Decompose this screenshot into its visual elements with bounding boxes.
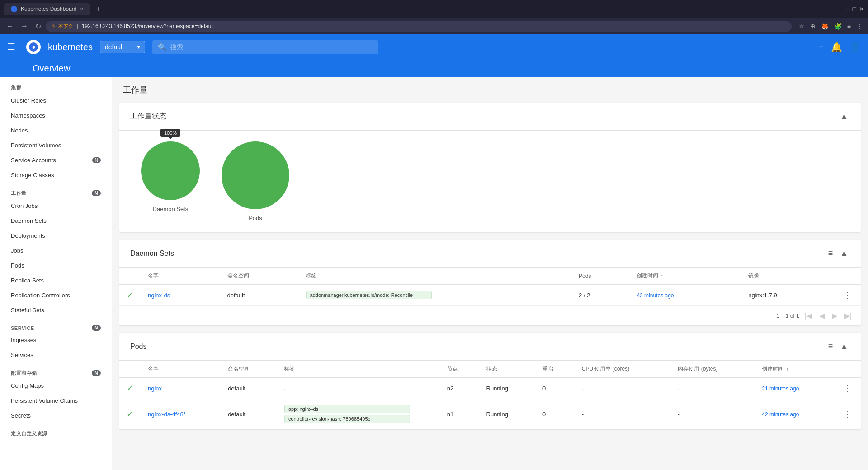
pods-actions: ≡ ▲ [826, 340, 850, 353]
sidebar-item-stateful-sets[interactable]: Stateful Sets [0, 303, 112, 318]
back-button[interactable]: ← [4, 20, 16, 32]
daemon-sets-pagination: 1 – 1 of 1 |◀ ◀ ▶ ▶| [119, 306, 861, 325]
pods-th-status [119, 361, 141, 378]
pod-created-link-1[interactable]: 42 minutes ago [762, 411, 799, 418]
new-tab-button[interactable]: + [94, 5, 103, 14]
chart-pods: Pods [222, 141, 289, 221]
bookmark-button[interactable]: ☆ [797, 21, 807, 32]
daemon-sets-th-namespace: 命名空间 [220, 268, 298, 285]
daemon-sets-filter-button[interactable]: ≡ [826, 247, 835, 260]
daemon-sets-chart-label: Daemon Sets [153, 206, 189, 212]
search-input[interactable] [170, 43, 373, 51]
ext3-button[interactable]: 🧩 [832, 21, 844, 32]
maximize-button[interactable]: □ [853, 5, 856, 13]
daemon-sets-title: Daemon Sets [130, 249, 174, 258]
pod-created-link-0[interactable]: 21 minutes ago [762, 385, 799, 392]
address-bar[interactable]: ⚠ 不安全 | [46, 21, 792, 32]
workload-status-actions: ▲ [838, 110, 850, 123]
sidebar-config-maps-label: Config Maps [11, 382, 44, 389]
daemon-sets-row-namespace: default [220, 285, 298, 306]
refresh-button[interactable]: ↻ [33, 20, 44, 33]
daemon-sets-first-page[interactable]: |◀ [803, 310, 814, 322]
sidebar-item-pods[interactable]: Pods [0, 258, 112, 273]
sidebar-item-secrets[interactable]: Secrets [0, 408, 112, 423]
daemon-sets-more-menu[interactable]: ⋮ [842, 289, 854, 301]
close-window-button[interactable]: ✕ [859, 5, 864, 13]
daemon-sets-next-page[interactable]: ▶ [830, 310, 839, 322]
daemon-sets-th-name: 名字 [141, 268, 220, 285]
sidebar-storage-classes-label: Storage Classes [11, 172, 54, 179]
sidebar-item-nodes[interactable]: Nodes [0, 123, 112, 138]
user-menu-button[interactable]: 👤 [849, 42, 861, 52]
notifications-button[interactable]: 🔔 [831, 42, 842, 52]
sidebar-item-cron-jobs[interactable]: Cron Jobs [0, 198, 112, 213]
daemon-sets-created-link[interactable]: 42 minutes ago [637, 292, 674, 299]
sidebar-secrets-label: Secrets [11, 412, 31, 419]
sidebar-item-jobs[interactable]: Jobs [0, 243, 112, 258]
sidebar-item-storage-classes[interactable]: Storage Classes [0, 168, 112, 183]
pods-sort-icon[interactable]: ↑ [786, 367, 788, 371]
sidebar-item-replica-sets[interactable]: Replica Sets [0, 273, 112, 288]
pod-more-menu-0[interactable]: ⋮ [842, 382, 854, 395]
sidebar-cron-jobs-label: Cron Jobs [11, 202, 38, 209]
daemon-sets-prev-page[interactable]: ◀ [817, 310, 826, 322]
pods-row1-menu: ⋮ [835, 399, 861, 429]
daemon-sets-sort-icon[interactable]: ↑ [661, 273, 663, 278]
daemon-sets-header-row: 名字 命名空间 标签 Pods 创建时间 ↑ 镜像 [119, 268, 861, 285]
sidebar-config-badge: N [92, 370, 101, 376]
sidebar-item-config-maps[interactable]: Config Maps [0, 378, 112, 393]
namespace-select[interactable]: default [100, 41, 145, 53]
pod-name-link-0[interactable]: nginx [148, 385, 162, 392]
daemon-sets-name-link[interactable]: nginx-ds [148, 292, 170, 299]
daemon-sets-card: Daemon Sets ≡ ▲ 名字 命名空间 标签 Pods [119, 240, 861, 325]
sidebar-item-daemon-sets[interactable]: Daemon Sets [0, 213, 112, 228]
hamburger-menu[interactable]: ☰ [7, 42, 15, 52]
sidebar-item-service-accounts[interactable]: Service Accounts N [0, 153, 112, 168]
sidebar-item-deployments[interactable]: Deployments [0, 228, 112, 243]
pods-th-name: 名字 [141, 361, 221, 378]
minimize-button[interactable]: ─ [845, 5, 850, 13]
sidebar-cluster-roles-label: Cluster Roles [11, 97, 46, 104]
daemon-sets-last-page[interactable]: ▶| [843, 310, 854, 322]
close-tab-button[interactable]: × [80, 6, 83, 12]
pod-name-link-1[interactable]: nginx-ds-4f48f [148, 411, 185, 418]
sidebar-item-persistent-volumes[interactable]: Persistent Volumes [0, 138, 112, 153]
daemon-sets-table-wrapper: 名字 命名空间 标签 Pods 创建时间 ↑ 镜像 [119, 268, 861, 325]
pods-filter-button[interactable]: ≡ [826, 340, 835, 353]
pod-more-menu-1[interactable]: ⋮ [842, 408, 854, 420]
status-ok-icon: ✓ [127, 384, 133, 393]
sidebar-workload-badge: N [92, 190, 101, 196]
pods-table-wrapper: 名字 命名空间 标签 节点 状态 重启 CPU 使用率 (cores) 内存使用… [119, 361, 861, 429]
sidebar-item-pvc[interactable]: Persistent Volume Claims [0, 393, 112, 408]
daemon-sets-collapse-button[interactable]: ▲ [838, 247, 850, 260]
sidebar-item-cluster-roles[interactable]: Cluster Roles [0, 93, 112, 108]
sidebar-item-ingresses[interactable]: Ingresses [0, 333, 112, 348]
browser-tab[interactable]: Kubernetes Dashboard × [4, 3, 90, 15]
ext1-button[interactable]: ⊕ [808, 21, 817, 32]
daemon-sets-th-created: 创建时间 ↑ [629, 268, 741, 285]
pods-collapse-button[interactable]: ▲ [838, 340, 850, 353]
sidebar-item-namespaces[interactable]: Namespaces [0, 108, 112, 123]
workload-section-title: 工作量 [119, 85, 861, 95]
sidebar-config-label: 配置和存储 [11, 370, 37, 376]
ext4-button[interactable]: ≡ [845, 21, 853, 32]
status-ok-icon: ✓ [127, 291, 133, 300]
charts-container: 100% Daemon Sets Pods [119, 131, 861, 232]
browser-menu-button[interactable]: ⋮ [854, 21, 864, 32]
search-bar[interactable]: 🔍 [152, 40, 378, 54]
sidebar-item-services[interactable]: Services [0, 348, 112, 362]
sidebar: 集群 Cluster Roles Namespaces Nodes Persis… [0, 77, 112, 470]
sidebar-item-replication-controllers[interactable]: Replication Controllers [0, 288, 112, 303]
sidebar-service-section: Service N [0, 318, 112, 333]
pods-th-restarts: 重启 [535, 361, 575, 378]
add-button[interactable]: + [818, 42, 824, 52]
pod-label-chip-1-1: controller-revision-hash: 789685495c [284, 415, 410, 423]
address-input[interactable] [82, 23, 786, 29]
workload-status-collapse-button[interactable]: ▲ [838, 110, 850, 123]
daemon-sets-label-chip-0: addonmanager.kubernetes.io/mode: Reconci… [306, 291, 432, 299]
forward-button[interactable]: → [18, 20, 31, 32]
pods-row0-status: ✓ [119, 378, 141, 399]
workload-status-header: 工作量状态 ▲ [119, 103, 861, 131]
ext2-button[interactable]: 🦊 [819, 21, 830, 32]
daemon-sets-table: 名字 命名空间 标签 Pods 创建时间 ↑ 镜像 [119, 268, 861, 306]
